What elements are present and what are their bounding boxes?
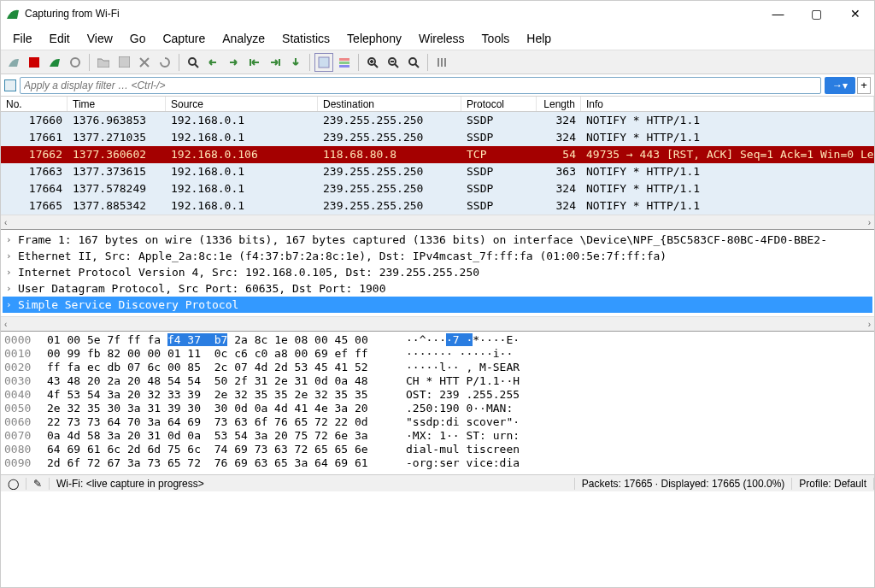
close-file-icon[interactable] — [135, 53, 154, 72]
detail-udp: ›User Datagram Protocol, Src Port: 60635… — [3, 280, 872, 297]
resize-columns-icon[interactable] — [432, 53, 451, 72]
wireshark-logo-icon — [6, 7, 20, 21]
toolbar — [1, 50, 874, 74]
svg-rect-0 — [29, 57, 39, 68]
packet-details[interactable]: ›Frame 1: 167 bytes on wire (1336 bits),… — [1, 229, 874, 316]
open-file-icon[interactable] — [94, 53, 113, 72]
autoscroll-icon[interactable] — [314, 53, 333, 72]
restart-capture-icon[interactable] — [45, 53, 64, 72]
find-icon[interactable] — [184, 53, 203, 72]
reload-icon[interactable] — [156, 53, 174, 72]
stop-capture-icon[interactable] — [25, 53, 44, 72]
hex-row[interactable]: 00700a 4d 58 3a 20 31 0d 0a 53 54 3a 20 … — [4, 429, 871, 443]
menu-view[interactable]: View — [79, 28, 121, 49]
menu-wireless[interactable]: Wireless — [410, 28, 473, 49]
detail-ssdp: ›Simple Service Discovery Protocol — [3, 297, 872, 313]
menu-go[interactable]: Go — [121, 28, 155, 49]
bookmark-filter-icon[interactable] — [4, 79, 16, 91]
menu-capture[interactable]: Capture — [154, 28, 214, 49]
col-proto[interactable]: Protocol — [461, 97, 537, 111]
packet-bytes[interactable]: 000001 00 5e 7f ff fa f4 37 b7 2a 8c 1e … — [1, 331, 874, 474]
add-filter-button[interactable]: + — [857, 77, 871, 94]
svg-point-1 — [71, 58, 79, 67]
col-time[interactable]: Time — [68, 97, 166, 111]
menu-file[interactable]: File — [4, 28, 41, 49]
window-title: Capturing from Wi-Fi — [25, 8, 759, 20]
close-button[interactable]: ✕ — [836, 2, 874, 26]
col-info[interactable]: Info — [581, 97, 874, 111]
start-capture-icon[interactable] — [4, 53, 23, 72]
packet-list[interactable]: 176601376.963853192.168.0.1239.255.255.2… — [1, 112, 874, 215]
table-row[interactable]: 176641377.578249192.168.0.1239.255.255.2… — [1, 180, 874, 197]
hex-row[interactable]: 006022 73 73 64 70 3a 64 69 73 63 6f 76 … — [4, 415, 871, 429]
menu-help[interactable]: Help — [518, 28, 560, 49]
capture-status: Wi-Fi: <live capture in progress> — [50, 478, 575, 490]
menu-analyze[interactable]: Analyze — [214, 28, 273, 49]
capture-options-icon[interactable] — [66, 53, 85, 72]
menu-edit[interactable]: Edit — [41, 28, 79, 49]
hex-row[interactable]: 008064 69 61 6c 2d 6d 75 6c 74 69 73 63 … — [4, 443, 871, 456]
zoom-out-icon[interactable] — [384, 53, 402, 72]
table-row[interactable]: 176631377.373615192.168.0.1239.255.255.2… — [1, 163, 874, 180]
menu-telephony[interactable]: Telephony — [338, 28, 410, 49]
save-file-icon[interactable] — [115, 53, 133, 72]
goto-last-icon[interactable] — [266, 53, 285, 72]
hex-row[interactable]: 001000 99 fb 82 00 00 01 11 0c c6 c0 a8 … — [4, 347, 871, 361]
goto-packet-icon[interactable] — [286, 53, 305, 72]
details-scrollbar[interactable]: ‹› — [1, 316, 874, 331]
table-row[interactable]: 176651377.885342192.168.0.1239.255.255.2… — [1, 197, 874, 215]
table-row[interactable]: 176611377.271035192.168.0.1239.255.255.2… — [1, 129, 874, 146]
svg-rect-7 — [339, 65, 349, 68]
colorize-icon[interactable] — [335, 53, 354, 72]
maximize-button[interactable]: ▢ — [797, 2, 836, 26]
prev-icon[interactable] — [204, 53, 223, 72]
menu-tools[interactable]: Tools — [473, 28, 519, 49]
expert-info-icon[interactable]: ◯ — [1, 478, 26, 490]
svg-rect-4 — [319, 57, 329, 68]
col-no[interactable]: No. — [1, 97, 68, 111]
menu-statistics[interactable]: Statistics — [273, 28, 338, 49]
zoom-in-icon[interactable] — [363, 53, 382, 72]
detail-frame: ›Frame 1: 167 bytes on wire (1336 bits),… — [3, 232, 872, 248]
goto-first-icon[interactable] — [245, 53, 264, 72]
display-filter-input[interactable] — [20, 77, 821, 94]
display-filter-bar: →▾ + — [1, 74, 874, 97]
col-src[interactable]: Source — [166, 97, 318, 111]
menubar: File Edit View Go Capture Analyze Statis… — [1, 26, 874, 50]
packet-list-header: No. Time Source Destination Protocol Len… — [1, 97, 874, 112]
zoom-reset-icon[interactable] — [404, 53, 423, 72]
hex-row[interactable]: 003043 48 20 2a 20 48 54 54 50 2f 31 2e … — [4, 374, 871, 388]
hex-row[interactable]: 000001 00 5e 7f ff fa f4 37 b7 2a 8c 1e … — [4, 333, 871, 347]
annotate-icon[interactable]: ✎ — [26, 478, 50, 490]
col-len[interactable]: Length — [537, 97, 581, 111]
packet-list-scrollbar[interactable]: ‹› — [1, 215, 874, 229]
svg-rect-2 — [119, 56, 130, 68]
detail-ip: ›Internet Protocol Version 4, Src: 192.1… — [3, 264, 872, 280]
table-row[interactable]: 176621377.360602192.168.0.106118.68.80.8… — [1, 146, 874, 163]
svg-point-3 — [189, 58, 196, 65]
table-row[interactable]: 176601376.963853192.168.0.1239.255.255.2… — [1, 112, 874, 129]
svg-rect-5 — [339, 58, 349, 61]
col-dst[interactable]: Destination — [318, 97, 461, 111]
detail-eth: ›Ethernet II, Src: Apple_2a:8c:1e (f4:37… — [3, 248, 872, 264]
hex-row[interactable]: 00404f 53 54 3a 20 32 33 39 2e 32 35 35 … — [4, 388, 871, 402]
statusbar: ◯ ✎ Wi-Fi: <live capture in progress> Pa… — [1, 474, 874, 491]
minimize-button[interactable]: — — [759, 2, 797, 26]
window-titlebar: Capturing from Wi-Fi — ▢ ✕ — [1, 1, 874, 26]
svg-point-10 — [409, 58, 416, 65]
profile-name[interactable]: Profile: Default — [792, 478, 874, 490]
next-icon[interactable] — [225, 53, 244, 72]
svg-rect-6 — [339, 62, 349, 64]
hex-row[interactable]: 00502e 32 35 30 3a 31 39 30 30 0d 0a 4d … — [4, 402, 871, 415]
packet-counts: Packets: 17665 · Displayed: 17665 (100.0… — [575, 478, 792, 490]
hex-row[interactable]: 00902d 6f 72 67 3a 73 65 72 76 69 63 65 … — [4, 456, 871, 470]
apply-filter-button[interactable]: →▾ — [825, 77, 855, 94]
hex-row[interactable]: 0020ff fa ec db 07 6c 00 85 2c 07 4d 2d … — [4, 361, 871, 374]
